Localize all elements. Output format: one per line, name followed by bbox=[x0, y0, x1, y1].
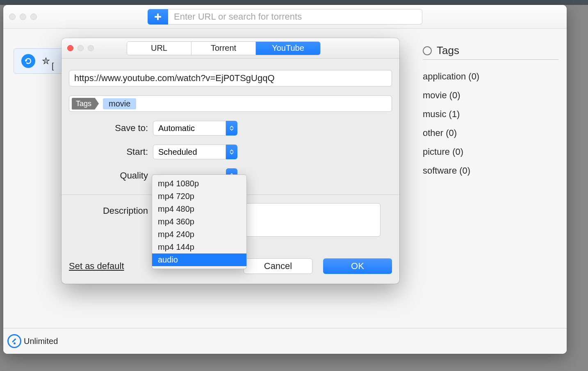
tags-radio-icon bbox=[423, 46, 432, 55]
tag-chip[interactable]: movie bbox=[103, 98, 136, 109]
start-select[interactable]: Scheduled bbox=[153, 145, 226, 159]
row-text-fragment: [ bbox=[52, 61, 54, 71]
tags-badge: Tags bbox=[72, 98, 99, 110]
zoom-window[interactable] bbox=[30, 14, 37, 20]
quality-option[interactable]: mp4 240p bbox=[152, 228, 246, 241]
save-to-label: Save to: bbox=[69, 123, 153, 133]
chevron-down-icon bbox=[230, 152, 234, 154]
svg-rect-1 bbox=[155, 16, 161, 18]
quality-option[interactable]: mp4 360p bbox=[152, 215, 246, 228]
set-as-default-link[interactable]: Set as default bbox=[69, 261, 124, 271]
tab-torrent[interactable]: Torrent bbox=[191, 42, 256, 55]
save-to-value: Automatic bbox=[158, 124, 195, 133]
quality-dropdown: mp4 1080p mp4 720p mp4 480p mp4 360p mp4… bbox=[152, 174, 247, 269]
add-button[interactable] bbox=[148, 9, 168, 25]
url-input[interactable] bbox=[69, 70, 392, 86]
tag-item[interactable]: movie (0) bbox=[423, 86, 558, 105]
cancel-button[interactable]: Cancel bbox=[244, 258, 312, 274]
tag-item[interactable]: other (0) bbox=[423, 124, 558, 143]
quality-label: Quality bbox=[69, 170, 153, 181]
quality-option[interactable]: mp4 144p bbox=[152, 241, 246, 253]
titlebar bbox=[3, 5, 567, 29]
description-label: Description bbox=[69, 203, 153, 216]
ok-button[interactable]: OK bbox=[323, 258, 392, 274]
tab-youtube[interactable]: YouTube bbox=[256, 42, 320, 55]
footer: Unlimited bbox=[3, 328, 567, 354]
tag-item[interactable]: application (0) bbox=[423, 67, 558, 86]
search-input[interactable] bbox=[168, 9, 422, 25]
dialog-window-controls bbox=[67, 45, 94, 51]
tags-field[interactable]: Tags movie bbox=[69, 95, 392, 112]
tags-header[interactable]: Tags bbox=[423, 44, 558, 60]
start-value: Scheduled bbox=[158, 147, 197, 157]
start-label: Start: bbox=[69, 147, 153, 157]
tab-url[interactable]: URL bbox=[127, 42, 191, 55]
refresh-icon[interactable] bbox=[21, 54, 35, 68]
plus-icon bbox=[154, 13, 162, 21]
quality-option[interactable]: mp4 480p bbox=[152, 203, 246, 215]
source-tabs: URL Torrent YouTube bbox=[127, 41, 321, 55]
dialog-minimize bbox=[77, 45, 84, 51]
tags-sidebar: Tags application (0) movie (0) music (1)… bbox=[419, 29, 567, 328]
dialog-titlebar: URL Torrent YouTube bbox=[62, 38, 399, 59]
row-star-icon: ✮ bbox=[42, 55, 50, 67]
save-to-stepper[interactable] bbox=[226, 121, 237, 136]
window-controls bbox=[9, 14, 37, 20]
speedometer-icon[interactable] bbox=[7, 334, 21, 348]
close-window[interactable] bbox=[9, 14, 16, 20]
minimize-window[interactable] bbox=[20, 14, 26, 20]
tags-title: Tags bbox=[437, 44, 459, 57]
dialog-close[interactable] bbox=[67, 45, 73, 51]
dialog-zoom bbox=[88, 45, 94, 51]
quality-option-selected[interactable]: audio bbox=[152, 253, 246, 266]
start-stepper[interactable] bbox=[226, 145, 237, 159]
tag-item[interactable]: picture (0) bbox=[423, 143, 558, 161]
save-to-select[interactable]: Automatic bbox=[153, 121, 226, 136]
quality-option[interactable]: mp4 720p bbox=[152, 190, 246, 203]
quality-option[interactable]: mp4 1080p bbox=[152, 177, 246, 190]
tag-item[interactable]: software (0) bbox=[423, 161, 558, 180]
chevron-down-icon bbox=[230, 128, 234, 131]
speed-label: Unlimited bbox=[24, 337, 58, 346]
tag-item[interactable]: music (1) bbox=[423, 105, 558, 124]
